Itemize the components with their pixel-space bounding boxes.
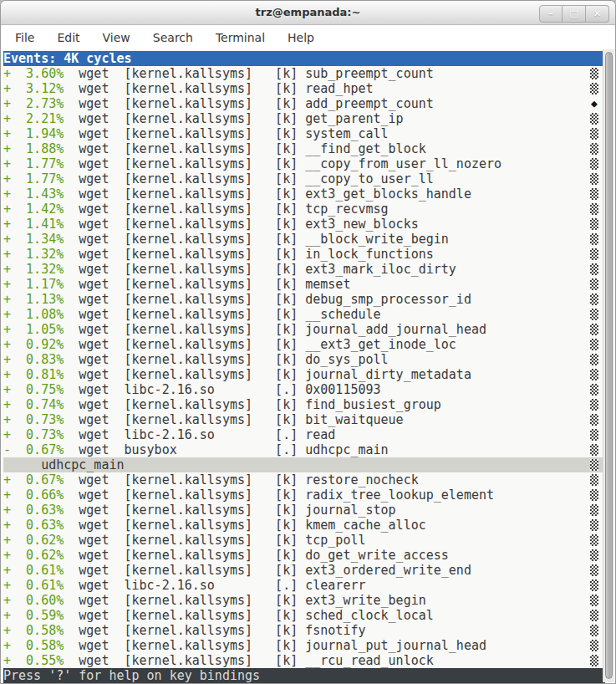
- row-expander-and-overhead: + 3.60%: [3, 66, 64, 81]
- perf-row[interactable]: + 0.73% wget [kernel.kallsyms] [k] bit_w…: [3, 412, 605, 427]
- tui-scrollbar-block: [590, 203, 598, 215]
- perf-row[interactable]: + 1.08% wget [kernel.kallsyms] [k] __sch…: [3, 307, 605, 322]
- menu-item-search[interactable]: Search: [150, 29, 196, 46]
- row-expander-and-overhead: + 1.43%: [3, 186, 64, 202]
- perf-row[interactable]: + 1.13% wget [kernel.kallsyms] [k] debug…: [3, 292, 605, 307]
- tui-scrollbar-block: [590, 339, 598, 350]
- row-expander-and-overhead: + 0.66%: [3, 487, 64, 503]
- perf-row[interactable]: + 1.88% wget [kernel.kallsyms] [k] __fin…: [3, 141, 605, 156]
- perf-row[interactable]: + 0.73% wget libc-2.16.so [.] read: [3, 427, 605, 442]
- row-detail: wget [kernel.kallsyms] [k] journal_stop: [64, 503, 395, 518]
- perf-row[interactable]: - 0.67% wget busybox [.] udhcpc_main: [3, 442, 605, 457]
- perf-row[interactable]: + 2.21% wget [kernel.kallsyms] [k] get_p…: [3, 111, 605, 126]
- perf-row[interactable]: + 0.55% wget [kernel.kallsyms] [k] __rcu…: [3, 653, 605, 668]
- row-expander-and-overhead: + 0.59%: [3, 608, 64, 623]
- close-button[interactable]: ✕: [586, 5, 609, 23]
- row-expander-and-overhead: + 1.32%: [3, 247, 64, 262]
- row-detail: wget [kernel.kallsyms] [k] __copy_from_u…: [64, 156, 501, 171]
- perf-row[interactable]: + 0.67% wget [kernel.kallsyms] [k] resto…: [3, 472, 605, 487]
- perf-row[interactable]: + 0.60% wget [kernel.kallsyms] [k] ext3_…: [3, 593, 605, 608]
- row-expander-and-overhead: + 3.12%: [3, 81, 64, 96]
- terminal-window: trz@empanada:~ –□✕ FileEditViewSearchTer…: [0, 0, 616, 684]
- row-expander-and-overhead: + 1.08%: [3, 307, 64, 322]
- perf-row[interactable]: + 0.74% wget [kernel.kallsyms] [k] find_…: [3, 397, 605, 412]
- maximize-button[interactable]: □: [563, 5, 586, 23]
- perf-row[interactable]: + 0.63% wget [kernel.kallsyms] [k] journ…: [3, 503, 605, 518]
- tui-scrollbar-block: [590, 399, 598, 411]
- perf-row[interactable]: + 1.17% wget [kernel.kallsyms] [k] memse…: [3, 277, 605, 292]
- row-expander-and-overhead: - 0.67%: [3, 442, 64, 457]
- tui-scrollbar-block: [590, 384, 598, 396]
- perf-row[interactable]: + 1.77% wget [kernel.kallsyms] [k] __cop…: [3, 156, 605, 171]
- row-expander-and-overhead: + 0.61%: [3, 563, 64, 578]
- terminal-view[interactable]: Events: 4K cycles + 3.60% wget [kernel.k…: [2, 49, 614, 682]
- row-detail: wget [kernel.kallsyms] [k] restore_noche…: [64, 472, 418, 487]
- tui-scrollbar-block: [590, 595, 598, 606]
- tui-scrollbar-block: [590, 263, 598, 275]
- row-expander-and-overhead: + 1.77%: [3, 171, 64, 186]
- row-expander-and-overhead: + 0.62%: [3, 533, 64, 548]
- tui-scrollbar-block: [590, 294, 598, 305]
- minimize-button[interactable]: –: [539, 5, 563, 23]
- menu-item-terminal[interactable]: Terminal: [212, 29, 268, 46]
- perf-row[interactable]: + 0.61% wget [kernel.kallsyms] [k] ext3_…: [3, 563, 605, 578]
- perf-row[interactable]: + 1.05% wget [kernel.kallsyms] [k] journ…: [3, 322, 605, 337]
- menu-item-view[interactable]: View: [99, 29, 134, 46]
- perf-row[interactable]: + 0.61% wget libc-2.16.so [.] clearerr: [3, 578, 605, 593]
- tui-scrollbar-block: [590, 188, 598, 200]
- perf-row[interactable]: + 0.75% wget libc-2.16.so [.] 0x00115093: [3, 382, 605, 397]
- row-expander-and-overhead: + 0.61%: [3, 578, 64, 593]
- perf-row[interactable]: + 0.83% wget [kernel.kallsyms] [k] do_sy…: [3, 352, 605, 367]
- perf-row[interactable]: + 0.81% wget [kernel.kallsyms] [k] journ…: [3, 367, 605, 382]
- perf-row[interactable]: + 1.34% wget [kernel.kallsyms] [k] __blo…: [3, 232, 605, 247]
- perf-row[interactable]: + 0.59% wget [kernel.kallsyms] [k] sched…: [3, 608, 605, 623]
- perf-row[interactable]: + 1.32% wget [kernel.kallsyms] [k] ext3_…: [3, 262, 605, 277]
- gtk-scrollbar[interactable]: [603, 49, 614, 682]
- tui-scrollbar-block: [590, 113, 598, 125]
- perf-row[interactable]: + 0.62% wget [kernel.kallsyms] [k] do_ge…: [3, 548, 605, 563]
- perf-row[interactable]: + 2.73% wget [kernel.kallsyms] [k] add_p…: [3, 96, 605, 111]
- perf-row[interactable]: + 1.42% wget [kernel.kallsyms] [k] tcp_r…: [3, 202, 605, 217]
- row-detail: wget [kernel.kallsyms] [k] tcp_poll: [64, 533, 365, 548]
- callchain-row[interactable]: udhcpc_main: [3, 457, 605, 472]
- row-expander-and-overhead: + 0.62%: [3, 548, 64, 563]
- menu-item-edit[interactable]: Edit: [53, 29, 83, 46]
- tui-scrollbar-block: [590, 579, 598, 591]
- row-detail: wget [kernel.kallsyms] [k] fsnotify: [64, 623, 365, 638]
- tui-scrollbar-block: [590, 143, 598, 155]
- menu-item-file[interactable]: File: [12, 29, 38, 46]
- perf-row[interactable]: + 0.62% wget [kernel.kallsyms] [k] tcp_p…: [3, 533, 605, 548]
- row-expander-and-overhead: + 2.21%: [3, 111, 64, 126]
- tui-scrollbar-block: [590, 218, 598, 230]
- perf-rows: + 3.60% wget [kernel.kallsyms] [k] sub_p…: [3, 66, 605, 668]
- perf-row[interactable]: + 3.12% wget [kernel.kallsyms] [k] read_…: [3, 81, 605, 96]
- perf-row[interactable]: + 1.41% wget [kernel.kallsyms] [k] ext3_…: [3, 217, 605, 232]
- perf-row[interactable]: + 0.58% wget [kernel.kallsyms] [k] fsnot…: [3, 623, 605, 638]
- perf-row[interactable]: + 1.32% wget [kernel.kallsyms] [k] in_lo…: [3, 247, 605, 262]
- window-controls: –□✕: [539, 5, 609, 23]
- tui-scrollbar-block: [590, 278, 598, 290]
- row-expander-and-overhead: + 1.17%: [3, 277, 64, 292]
- perf-row[interactable]: + 1.43% wget [kernel.kallsyms] [k] ext3_…: [3, 186, 605, 202]
- row-expander-and-overhead: + 1.41%: [3, 217, 64, 232]
- row-expander-and-overhead: + 0.73%: [3, 427, 64, 442]
- maximize-icon: □: [569, 8, 578, 19]
- row-expander-and-overhead: + 1.13%: [3, 292, 64, 307]
- menu-item-help[interactable]: Help: [284, 29, 318, 46]
- callchain-symbol: udhcpc_main: [3, 457, 125, 472]
- row-expander-and-overhead: + 0.75%: [3, 382, 64, 397]
- tui-scrollbar-block: [590, 625, 598, 636]
- perf-row[interactable]: + 0.63% wget [kernel.kallsyms] [k] kmem_…: [3, 518, 605, 533]
- perf-row[interactable]: + 0.92% wget [kernel.kallsyms] [k] __ext…: [3, 337, 605, 352]
- tui-scrollbar-block: [590, 429, 598, 441]
- perf-row[interactable]: + 1.94% wget [kernel.kallsyms] [k] syste…: [3, 126, 605, 141]
- row-detail: wget [kernel.kallsyms] [k] radix_tree_lo…: [64, 487, 494, 503]
- perf-row[interactable]: + 0.66% wget [kernel.kallsyms] [k] radix…: [3, 487, 605, 503]
- perf-row[interactable]: + 1.77% wget [kernel.kallsyms] [k] __cop…: [3, 171, 605, 186]
- perf-row[interactable]: + 3.60% wget [kernel.kallsyms] [k] sub_p…: [3, 66, 605, 81]
- row-detail: wget [kernel.kallsyms] [k] __copy_to_use…: [64, 171, 434, 186]
- perf-row[interactable]: + 0.58% wget [kernel.kallsyms] [k] journ…: [3, 638, 605, 653]
- tui-scrollbar-block: [590, 158, 598, 170]
- gtk-scrollbar-thumb[interactable]: [605, 52, 613, 679]
- titlebar[interactable]: trz@empanada:~ –□✕: [1, 1, 615, 25]
